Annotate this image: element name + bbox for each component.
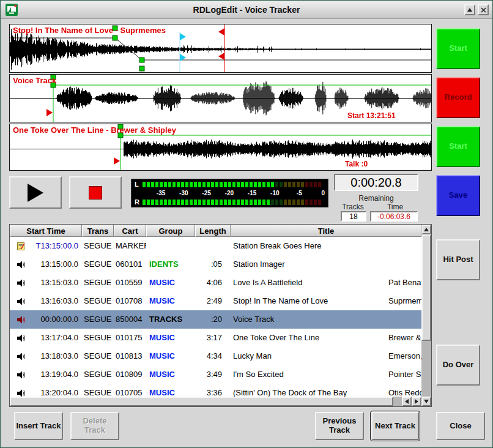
cell-title: (Sittin' On) The Dock of The Bay [231, 384, 387, 397]
cell-artist: Pat Benatar [387, 274, 421, 292]
insert-track-button[interactable]: Insert Track [14, 412, 63, 440]
cell-title: Station Break Goes Here [231, 237, 387, 255]
start-marker-icon[interactable] [46, 109, 53, 116]
scroll-down-button[interactable] [421, 397, 431, 406]
window-title: RDLogEdit - Voice Tracker [193, 5, 300, 15]
cell-length: 3:49 [195, 365, 231, 384]
hit-post-button[interactable]: Hit Post [436, 239, 480, 280]
close-icon [481, 7, 486, 13]
start-track1-button[interactable]: Start [436, 28, 480, 69]
log-header: Start Time Trans Cart Group Length Title [10, 225, 421, 237]
up-arrow-icon [424, 225, 429, 231]
cell-trans: SEGUE [82, 384, 114, 397]
log-row[interactable]: 13:16:03.0 SEGUE 010708 MUSIC 2:49 Stop!… [10, 292, 421, 310]
col-start-time[interactable]: Start Time [10, 225, 82, 237]
scroll-right-button[interactable] [412, 397, 421, 406]
cell-group: TRACKS [146, 310, 195, 329]
cell-artist: Pointer Sist [387, 365, 421, 384]
cell-group: MUSIC [146, 384, 195, 397]
track-icon [10, 310, 32, 329]
shade-icon [467, 6, 472, 12]
vertical-scrollbar[interactable] [421, 225, 431, 406]
scroll-up-button[interactable] [421, 225, 431, 234]
cell-artist: Brewer & S [387, 329, 421, 347]
audio-icon [10, 329, 32, 347]
cell-length: 3:36 [195, 384, 231, 397]
cell-group [146, 237, 195, 255]
next-track-button[interactable]: Next Track [371, 412, 419, 440]
log-row[interactable]: 13:19:04.0 SEGUE 010809 MUSIC 3:49 I'm S… [10, 365, 421, 384]
shade-window-button[interactable] [464, 4, 475, 15]
delete-track-button: Delete Track [70, 412, 119, 440]
waveform-panel-2[interactable]: Voice Track Start 13:21:51 [9, 74, 432, 122]
meter-scale: -35-30-25-20-15-10-50 [135, 190, 325, 197]
log-row[interactable]: T13:15:00.0 SEGUE MARKER Station Break G… [10, 237, 421, 255]
log-row[interactable]: 00:00:00.0 SEGUE 850004 TRACKS :20 Voice… [10, 310, 421, 329]
cell-cart: MARKER [114, 237, 146, 255]
marker-handle[interactable] [139, 66, 144, 71]
col-trans[interactable]: Trans [82, 225, 114, 237]
track-title: Voice Track [13, 76, 56, 85]
titlebar[interactable]: RDLogEdit - Voice Tracker [1, 1, 492, 19]
cell-length: 3:17 [195, 329, 231, 347]
cell-title: Station Imager [231, 255, 387, 274]
cell-title: Lucky Man [231, 347, 387, 365]
time-display: 0:00:20.8 [334, 174, 418, 191]
audio-icon [10, 365, 32, 384]
play-button[interactable] [9, 176, 62, 209]
horizontal-scrollbar[interactable] [10, 397, 421, 406]
cell-length: :20 [195, 310, 231, 329]
do-over-button[interactable]: Do Over [436, 345, 480, 386]
col-title[interactable]: Title [231, 225, 421, 237]
fade-handle[interactable] [139, 58, 144, 62]
start-track2-button[interactable]: Start [436, 126, 480, 167]
audio-meter: L -35-30-25-20-15-10-50 R [131, 179, 328, 207]
cell-group: MUSIC [146, 329, 195, 347]
scroll-left-button[interactable] [402, 397, 412, 406]
audio-icon [10, 384, 32, 397]
cell-group: MUSIC [146, 274, 195, 292]
tracks-remaining-label: Tracks [336, 203, 370, 211]
waveform-panel-3[interactable]: One Toke Over The Line - Brewer & Shiple… [9, 124, 432, 171]
stop-button[interactable] [69, 176, 122, 209]
cell-title: Love Is A Battlefield [231, 274, 387, 292]
hscroll-slider[interactable] [10, 397, 393, 406]
waveform-panel-1[interactable]: Stop! In The Name of Love - Suprmemes [9, 24, 432, 73]
cell-title: Stop! In The Name of Love [231, 292, 387, 310]
log-row[interactable]: 13:20:04.0 SEGUE 010705 MUSIC 3:36 (Sitt… [10, 384, 421, 397]
app-icon [6, 4, 18, 16]
start-marker-icon[interactable] [114, 157, 120, 165]
stop-icon [89, 186, 102, 200]
track-title: One Toke Over The Line - Brewer & Shiple… [13, 125, 176, 135]
cell-cart: 060101 [114, 255, 146, 274]
close-button[interactable]: Close [436, 412, 485, 440]
close-window-button[interactable] [478, 4, 489, 15]
col-group[interactable]: Group [146, 225, 195, 237]
log-row[interactable]: 13:15:00.0 SEGUE 060101 IDENTS :05 Stati… [10, 255, 421, 274]
log-rows: T13:15:00.0 SEGUE MARKER Station Break G… [10, 237, 421, 397]
fade-handle[interactable] [113, 35, 117, 40]
cell-group: MUSIC [146, 347, 195, 365]
end-marker-icon[interactable] [218, 53, 224, 60]
vscroll-slider[interactable] [421, 234, 431, 341]
col-length[interactable]: Length [195, 225, 231, 237]
audio-icon [10, 347, 32, 365]
previous-track-button[interactable]: Previous Track [315, 412, 364, 440]
log-row[interactable]: 13:18:03.0 SEGUE 010813 MUSIC 4:34 Lucky… [10, 347, 421, 365]
cell-trans: SEGUE [82, 329, 114, 347]
cell-title: One Toke Over The Line [231, 329, 387, 347]
cell-trans: SEGUE [82, 365, 114, 384]
remaining-label: Remaining [334, 194, 418, 203]
cell-trans: SEGUE [82, 310, 114, 329]
cell-start-time: 13:15:03.0 [32, 274, 82, 292]
col-cart[interactable]: Cart [114, 225, 146, 237]
cell-length: 2:49 [195, 292, 231, 310]
end-marker-icon[interactable] [218, 28, 224, 35]
log-row[interactable]: 13:15:03.0 SEGUE 010559 MUSIC 4:06 Love … [10, 274, 421, 292]
save-button[interactable]: Save [436, 175, 480, 216]
log-row[interactable]: 13:17:04.0 SEGUE 010175 MUSIC 3:17 One T… [10, 329, 421, 347]
play-cursor-icon[interactable] [180, 33, 186, 40]
play-icon [28, 184, 43, 202]
record-button[interactable]: Record [436, 77, 480, 118]
cell-artist [387, 237, 421, 255]
